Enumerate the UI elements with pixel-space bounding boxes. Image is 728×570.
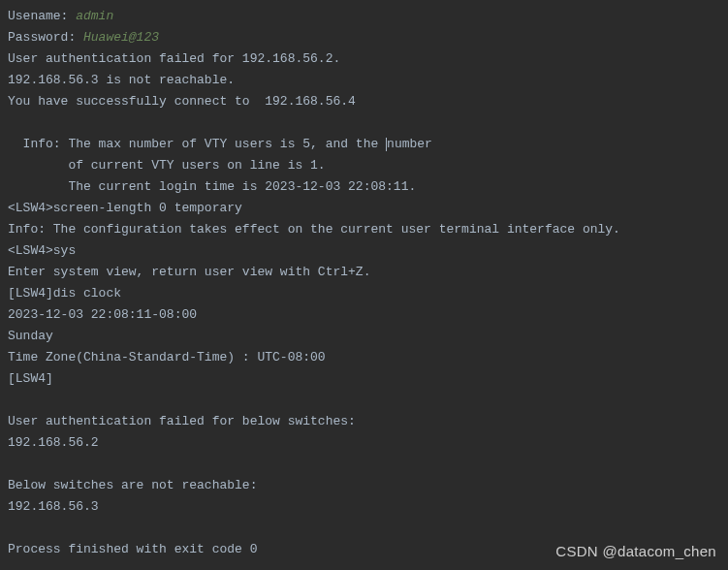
clock-time: 2023-12-03 22:08:11-08:00 bbox=[8, 304, 720, 326]
summary-fail-header: User authentication failed for below swi… bbox=[8, 411, 720, 432]
watermark: CSDN @datacom_chen bbox=[555, 541, 716, 562]
cmd-screen-length: <LSW4>screen-length 0 temporary bbox=[8, 198, 720, 219]
summary-unreach-header: Below switches are not reachable: bbox=[8, 475, 720, 496]
info-line-2: of current VTY users on line is 1. bbox=[8, 155, 720, 176]
cmd-screen-length-result: Info: The configuration takes effect on … bbox=[8, 219, 720, 240]
blank-line bbox=[8, 454, 720, 475]
blank-line bbox=[8, 112, 720, 134]
blank-line bbox=[8, 518, 720, 539]
clock-day: Sunday bbox=[8, 326, 720, 347]
username-label: Usename: bbox=[8, 9, 76, 23]
cmd-sys: <LSW4>sys bbox=[8, 240, 720, 262]
password-value: Huawei@123 bbox=[83, 30, 159, 45]
terminal-output: Usename: admin Password: Huawei@123 User… bbox=[8, 6, 720, 560]
blank-line bbox=[8, 390, 720, 411]
info-line-1: Info: The max number of VTY users is 5, … bbox=[8, 134, 720, 155]
username-value: admin bbox=[76, 9, 113, 23]
summary-unreach-ip: 192.168.56.3 bbox=[8, 496, 720, 518]
unreachable-line: 192.168.56.3 is not reachable. bbox=[8, 70, 720, 91]
password-prompt: Password: Huawei@123 bbox=[8, 27, 720, 48]
username-prompt: Usename: admin bbox=[8, 6, 720, 27]
cmd-dis-clock: [LSW4]dis clock bbox=[8, 283, 720, 304]
info-line-3: The current login time is 2023-12-03 22:… bbox=[8, 176, 720, 198]
summary-fail-ip: 192.168.56.2 bbox=[8, 432, 720, 454]
clock-timezone: Time Zone(China-Standard-Time) : UTC-08:… bbox=[8, 347, 720, 368]
password-label: Password: bbox=[8, 30, 83, 45]
success-line: You have successfully connect to 192.168… bbox=[8, 91, 720, 112]
auth-fail-line: User authentication failed for 192.168.5… bbox=[8, 48, 720, 70]
cmd-sys-result: Enter system view, return user view with… bbox=[8, 262, 720, 283]
prompt-end: [LSW4] bbox=[8, 368, 720, 390]
